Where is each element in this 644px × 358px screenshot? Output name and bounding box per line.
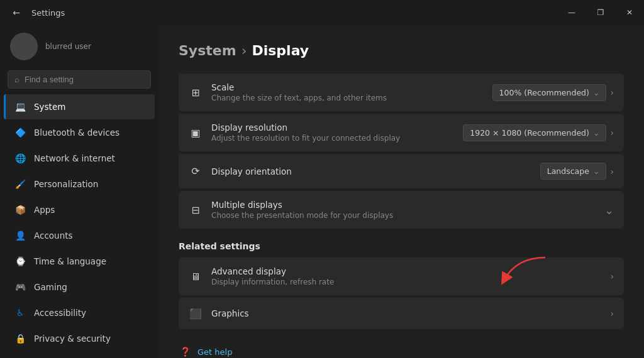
sidebar-item-label: Apps (34, 205, 55, 215)
app-body: blurred user ⌕ 💻 System 🔷 Bluetooth & de… (0, 25, 644, 358)
sidebar: blurred user ⌕ 💻 System 🔷 Bluetooth & de… (0, 25, 158, 358)
card-text: Display resolution Adjust the resolution… (211, 122, 454, 143)
dropdown-orientation[interactable]: Landscape ⌄ (540, 163, 607, 180)
get-help-link[interactable]: ❓ Get help (179, 342, 624, 358)
gaming-icon: 🎮 (14, 281, 26, 293)
related-cards: 🖥 Advanced display Display information, … (179, 258, 624, 329)
personalization-icon: 🖌️ (14, 178, 26, 190)
sidebar-item-gaming[interactable]: 🎮 Gaming (4, 274, 155, 300)
related-card-graphics[interactable]: ⬛ Graphics › (179, 298, 624, 329)
card-orientation[interactable]: ⟳ Display orientation Landscape ⌄ › (179, 154, 624, 188)
breadcrumb: System › Display (179, 43, 624, 58)
search-icon: ⌕ (14, 75, 19, 84)
sidebar-item-label: Bluetooth & devices (34, 127, 119, 138)
sidebar-item-label: Accounts (34, 231, 73, 241)
card-title: Display orientation (211, 166, 531, 176)
search-input[interactable] (25, 75, 144, 84)
content-area: System › Display ⊞ Scale Change the size… (158, 25, 644, 358)
sidebar-item-label: Accessibility (34, 308, 86, 318)
chevron-right-icon: › (610, 308, 614, 318)
card-text: Multiple displays Choose the presentatio… (211, 200, 596, 220)
chevron-down-icon: ⌄ (593, 88, 599, 97)
card-subtitle: Choose the presentation mode for your di… (211, 211, 596, 220)
card-multiple[interactable]: ⊟ Multiple displays Choose the presentat… (179, 191, 624, 229)
bluetooth-icon: 🔷 (14, 126, 26, 139)
settings-cards: ⊞ Scale Change the size of text, apps, a… (179, 73, 624, 229)
sidebar-item-personalization[interactable]: 🖌️ Personalization (4, 171, 155, 197)
maximize-button[interactable]: ❐ (586, 0, 615, 25)
sidebar-item-time[interactable]: ⌚ Time & language (4, 249, 155, 274)
card-title: Advanced display (211, 266, 601, 276)
card-subtitle: Display information, refresh rate (211, 278, 601, 286)
accessibility-icon: ♿ (14, 306, 26, 319)
sidebar-item-update[interactable]: 🔄 Windows Update (4, 352, 155, 358)
card-text: Display orientation (211, 166, 531, 176)
minimize-button[interactable]: — (557, 0, 586, 25)
chevron-right-icon: › (610, 271, 614, 281)
scale-icon: ⊞ (189, 85, 203, 99)
advanced-display-icon: 🖥 (189, 269, 203, 283)
card-title: Graphics (211, 308, 601, 318)
graphics-icon: ⬛ (189, 306, 203, 320)
card-title: Multiple displays (211, 200, 596, 210)
nav-list: 💻 System 🔷 Bluetooth & devices 🌐 Network… (0, 94, 158, 358)
breadcrumb-separator: › (242, 43, 247, 58)
back-button[interactable]: ← (8, 4, 25, 21)
sidebar-item-label: Privacy & security (34, 334, 111, 344)
dropdown-value: Landscape (547, 166, 589, 176)
system-icon: 💻 (14, 100, 26, 113)
network-icon: 🌐 (14, 152, 26, 165)
window-controls: — ❐ ✕ (557, 0, 644, 25)
sidebar-item-label: Network & internet (34, 153, 115, 163)
search-box[interactable]: ⌕ (8, 70, 151, 89)
dropdown-value: 100% (Recommended) (499, 88, 589, 97)
avatar (10, 33, 38, 60)
card-title: Display resolution (211, 122, 454, 133)
chevron-right-icon: › (610, 87, 614, 97)
sidebar-item-bluetooth[interactable]: 🔷 Bluetooth & devices (4, 120, 155, 145)
dropdown-value: 1920 × 1080 (Recommended) (470, 128, 589, 138)
card-control[interactable]: 1920 × 1080 (Recommended) ⌄ › (463, 124, 614, 141)
card-text: Scale Change the size of text, apps, and… (211, 82, 484, 102)
sidebar-item-accounts[interactable]: 👤 Accounts (4, 223, 155, 248)
dropdown-scale[interactable]: 100% (Recommended) ⌄ (492, 84, 607, 101)
sidebar-item-network[interactable]: 🌐 Network & internet (4, 146, 155, 171)
card-control[interactable]: Landscape ⌄ › (540, 163, 614, 180)
help-icon: ❓ (179, 345, 191, 358)
card-title: Scale (211, 82, 484, 92)
sidebar-item-label: Time & language (34, 256, 106, 266)
card-control[interactable]: 100% (Recommended) ⌄ › (492, 84, 614, 101)
chevron-down-icon: ⌄ (593, 166, 599, 176)
profile-name: blurred user (45, 42, 91, 51)
app-title: Settings (31, 8, 65, 18)
multiple-icon: ⊟ (189, 203, 203, 217)
sidebar-item-label: Gaming (34, 282, 67, 292)
sidebar-item-label: System (34, 102, 65, 112)
chevron-down-icon: ⌄ (593, 128, 599, 138)
card-resolution[interactable]: ▣ Display resolution Adjust the resoluti… (179, 114, 624, 151)
dropdown-resolution[interactable]: 1920 × 1080 (Recommended) ⌄ (463, 124, 606, 141)
card-scale[interactable]: ⊞ Scale Change the size of text, apps, a… (179, 73, 624, 111)
breadcrumb-parent[interactable]: System (179, 43, 236, 58)
profile-section[interactable]: blurred user (0, 25, 158, 70)
resolution-icon: ▣ (189, 126, 203, 139)
apps-icon: 📦 (14, 203, 26, 216)
sidebar-item-accessibility[interactable]: ♿ Accessibility (4, 300, 155, 325)
related-card-advanced-display[interactable]: 🖥 Advanced display Display information, … (179, 258, 624, 295)
related-settings-label: Related settings (179, 241, 624, 251)
sidebar-item-apps[interactable]: 📦 Apps (4, 197, 155, 222)
sidebar-item-label: Personalization (34, 179, 98, 189)
card-subtitle: Adjust the resolution to fit your connec… (211, 134, 454, 143)
chevron-right-icon: › (610, 166, 614, 176)
orientation-icon: ⟳ (189, 165, 203, 178)
chevron-right-icon: › (610, 127, 614, 138)
sidebar-item-system[interactable]: 💻 System (4, 94, 155, 119)
titlebar-left: ← Settings (8, 4, 65, 21)
card-subtitle: Change the size of text, apps, and other… (211, 94, 484, 102)
time-icon: ⌚ (14, 255, 26, 268)
close-button[interactable]: ✕ (615, 0, 644, 25)
card-text: Graphics (211, 308, 601, 318)
sidebar-item-privacy[interactable]: 🔒 Privacy & security (4, 326, 155, 351)
titlebar: ← Settings — ❐ ✕ (0, 0, 644, 25)
privacy-icon: 🔒 (14, 332, 26, 345)
